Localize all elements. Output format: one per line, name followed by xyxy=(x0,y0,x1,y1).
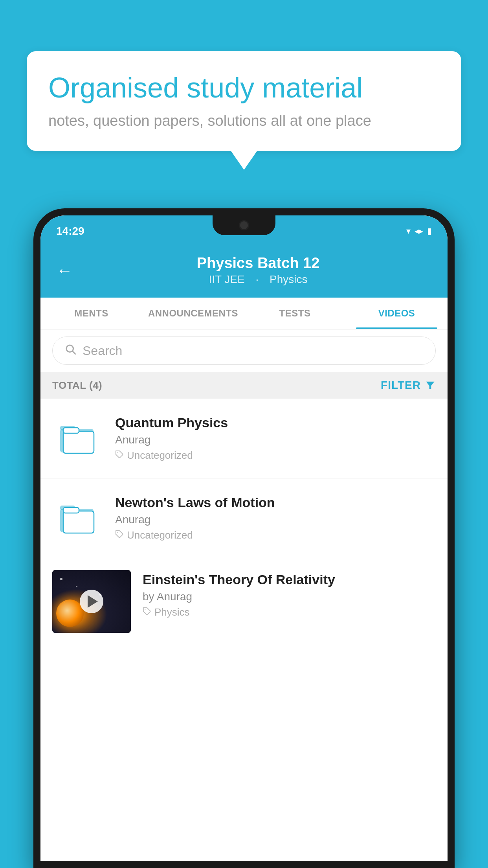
list-item[interactable]: Einstein's Theory Of Relativity by Anura… xyxy=(40,558,448,633)
list-item[interactable]: Newton's Laws of Motion Anurag Uncategor… xyxy=(40,478,448,558)
video-tag: Uncategorized xyxy=(115,449,436,462)
tag-icon xyxy=(115,529,124,541)
filter-label: FILTER xyxy=(381,379,421,392)
folder-icon xyxy=(60,422,95,455)
video-thumbnail xyxy=(52,570,131,633)
play-button[interactable] xyxy=(80,590,103,613)
video-title: Quantum Physics xyxy=(115,415,436,430)
video-author: Anurag xyxy=(115,434,436,446)
header-subtitle-iitjee: IIT JEE xyxy=(209,273,244,285)
header-subtitle-physics: Physics xyxy=(270,273,307,285)
tab-videos[interactable]: VIDEOS xyxy=(346,298,448,329)
filter-button[interactable]: FILTER xyxy=(381,379,436,392)
tag-label: Uncategorized xyxy=(127,529,193,541)
svg-rect-10 xyxy=(63,511,94,533)
tag-icon xyxy=(143,606,151,618)
svg-rect-5 xyxy=(63,431,94,453)
video-author: by Anurag xyxy=(143,590,436,603)
tab-announcements[interactable]: ANNOUNCEMENTS xyxy=(142,298,244,329)
play-triangle-icon xyxy=(88,595,98,608)
author-name: Anurag xyxy=(157,590,192,603)
video-list: Quantum Physics Anurag Uncategorized xyxy=(40,399,448,861)
video-title: Einstein's Theory Of Relativity xyxy=(143,572,436,587)
video-title: Newton's Laws of Motion xyxy=(115,495,436,510)
status-bar: 14:29 ▾ ◂▸ ▮ xyxy=(40,215,448,247)
video-info: Quantum Physics Anurag Uncategorized xyxy=(115,415,436,462)
header-title-group: Physics Batch 12 IIT JEE · Physics xyxy=(84,255,432,286)
svg-rect-6 xyxy=(63,428,79,433)
list-item[interactable]: Quantum Physics Anurag Uncategorized xyxy=(40,399,448,478)
svg-rect-11 xyxy=(63,508,79,513)
tag-label: Physics xyxy=(154,606,190,618)
notch xyxy=(213,215,275,235)
svg-marker-2 xyxy=(426,382,435,389)
battery-icon: ▮ xyxy=(427,226,432,236)
status-icons: ▾ ◂▸ ▮ xyxy=(406,226,432,236)
video-author: Anurag xyxy=(115,513,436,526)
video-tag: Physics xyxy=(143,606,436,618)
filter-icon xyxy=(425,380,436,391)
speech-bubble-section: Organised study material notes, question… xyxy=(27,51,461,151)
app-header: ← Physics Batch 12 IIT JEE · Physics xyxy=(40,247,448,298)
status-time: 14:29 xyxy=(56,225,84,237)
speech-bubble-heading: Organised study material xyxy=(48,71,440,105)
phone-screen: 14:29 ▾ ◂▸ ▮ ← Physics Batch 12 IIT JEE … xyxy=(40,215,448,861)
tab-ments[interactable]: MENTS xyxy=(40,298,142,329)
tabs-bar: MENTS ANNOUNCEMENTS TESTS VIDEOS xyxy=(40,298,448,329)
video-tag: Uncategorized xyxy=(115,529,436,541)
filter-bar: TOTAL (4) FILTER xyxy=(40,372,448,399)
header-subtitle-sep: · xyxy=(256,273,262,285)
signal-icon: ◂▸ xyxy=(415,226,423,236)
tag-icon xyxy=(115,449,124,462)
folder-icon xyxy=(60,502,95,535)
folder-thumbnail xyxy=(52,493,103,544)
speech-bubble-subtext: notes, question papers, solutions all at… xyxy=(48,112,440,129)
wifi-icon: ▾ xyxy=(406,226,411,236)
tag-label: Uncategorized xyxy=(127,449,193,462)
camera-icon xyxy=(239,220,249,230)
header-title: Physics Batch 12 xyxy=(84,255,432,272)
speech-bubble-card: Organised study material notes, question… xyxy=(27,51,461,151)
search-input-wrapper[interactable]: Search xyxy=(52,337,436,365)
search-container: Search xyxy=(40,329,448,372)
folder-thumbnail xyxy=(52,413,103,464)
phone-frame: 14:29 ▾ ◂▸ ▮ ← Physics Batch 12 IIT JEE … xyxy=(33,208,455,868)
search-placeholder: Search xyxy=(83,344,122,358)
back-button[interactable]: ← xyxy=(56,261,73,280)
header-subtitle: IIT JEE · Physics xyxy=(84,273,432,286)
video-info: Newton's Laws of Motion Anurag Uncategor… xyxy=(115,495,436,541)
search-icon xyxy=(64,343,76,358)
video-info: Einstein's Theory Of Relativity by Anura… xyxy=(143,570,436,618)
tab-tests[interactable]: TESTS xyxy=(244,298,346,329)
total-count: TOTAL (4) xyxy=(52,379,102,392)
by-prefix: by xyxy=(143,590,154,603)
svg-line-1 xyxy=(73,351,75,354)
